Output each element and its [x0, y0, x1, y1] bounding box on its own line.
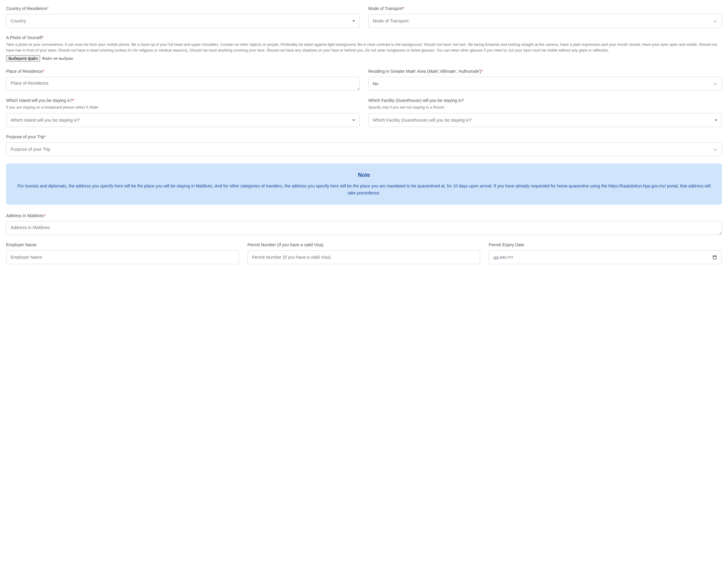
- required-mark: *: [42, 35, 43, 40]
- field-country-of-residence: Country of Residence* Country: [6, 6, 360, 28]
- field-place-of-residence: Place of Residence*: [6, 69, 360, 91]
- permit-expiry-label: Permit Expiry Date: [489, 242, 722, 247]
- transport-label: Mode of Transport*: [368, 6, 722, 11]
- field-mode-of-transport: Mode of Transport* Mode of Transport: [368, 6, 722, 28]
- facility-label: Which Facility (Guesthouse) will you be …: [368, 98, 722, 103]
- field-purpose: Purpose of your Trip* Purpose of your Tr…: [6, 134, 722, 156]
- chevron-down-icon: [713, 19, 718, 23]
- field-employer-name: Employer Name: [6, 242, 239, 264]
- field-greater-male: Residing in Greater Male' Area (Male',Vi…: [368, 69, 722, 91]
- note-title: Note: [17, 172, 711, 178]
- required-mark: *: [481, 69, 483, 74]
- required-mark: *: [47, 6, 49, 11]
- island-label: Which Island will you be staying in?*: [6, 98, 360, 103]
- choose-file-button[interactable]: Выберите файл: [6, 55, 40, 61]
- facility-select[interactable]: Which Facility (Guesthouse) will you be …: [368, 113, 722, 127]
- field-photo: A Photo of Yourself* Take a photo at you…: [6, 35, 722, 61]
- calendar-icon: [712, 255, 717, 260]
- chevron-down-icon: [714, 119, 718, 121]
- required-mark: *: [73, 98, 74, 103]
- facility-help: Spacify only if you are not staying in a…: [368, 105, 722, 110]
- residence-label: Place of Residence*: [6, 69, 360, 74]
- file-status: Файл не выбран: [42, 56, 73, 61]
- chevron-down-icon: [713, 147, 718, 151]
- field-address-maldives: Address in Maldives*: [6, 213, 722, 235]
- transport-select[interactable]: Mode of Transport: [368, 14, 722, 28]
- required-mark: *: [44, 134, 46, 139]
- field-island: Which Island will you be staying in?* If…: [6, 98, 360, 127]
- residence-textarea[interactable]: [6, 77, 360, 91]
- chevron-down-icon: [713, 82, 718, 86]
- permit-number-label: Permit Number (If you have a valid Visa): [248, 242, 480, 247]
- island-select[interactable]: Which Island will you be staying in?: [6, 113, 360, 127]
- chevron-down-icon: [352, 20, 355, 22]
- purpose-label: Purpose of your Trip*: [6, 134, 722, 139]
- photo-help: Take a photo at your convenience, it can…: [6, 42, 722, 53]
- chevron-down-icon: [352, 119, 355, 121]
- address-textarea[interactable]: [6, 221, 722, 235]
- address-label: Address in Maldives*: [6, 213, 722, 218]
- required-mark: *: [403, 6, 404, 11]
- field-facility: Which Facility (Guesthouse) will you be …: [368, 98, 722, 127]
- country-select[interactable]: Country: [6, 14, 360, 28]
- note-body: For tourists and diplomats, the address …: [17, 183, 711, 196]
- island-help: If you are staying on a liveaboard pleas…: [6, 105, 360, 110]
- required-mark: *: [43, 69, 44, 74]
- permit-expiry-input[interactable]: дд.мм.гггг: [489, 250, 722, 264]
- greater-male-label: Residing in Greater Male' Area (Male',Vi…: [368, 69, 722, 74]
- field-permit-number: Permit Number (If you have a valid Visa): [248, 242, 480, 264]
- field-permit-expiry: Permit Expiry Date дд.мм.гггг: [489, 242, 722, 264]
- permit-number-input[interactable]: [248, 250, 480, 264]
- greater-male-select[interactable]: No: [368, 77, 722, 91]
- employer-label: Employer Name: [6, 242, 239, 247]
- required-mark: *: [44, 213, 46, 218]
- employer-input[interactable]: [6, 250, 239, 264]
- note-box: Note For tourists and diplomats, the add…: [6, 163, 722, 205]
- photo-label: A Photo of Yourself*: [6, 35, 722, 40]
- country-label: Country of Residence*: [6, 6, 360, 11]
- purpose-select[interactable]: Purpose of your Trip: [6, 142, 722, 156]
